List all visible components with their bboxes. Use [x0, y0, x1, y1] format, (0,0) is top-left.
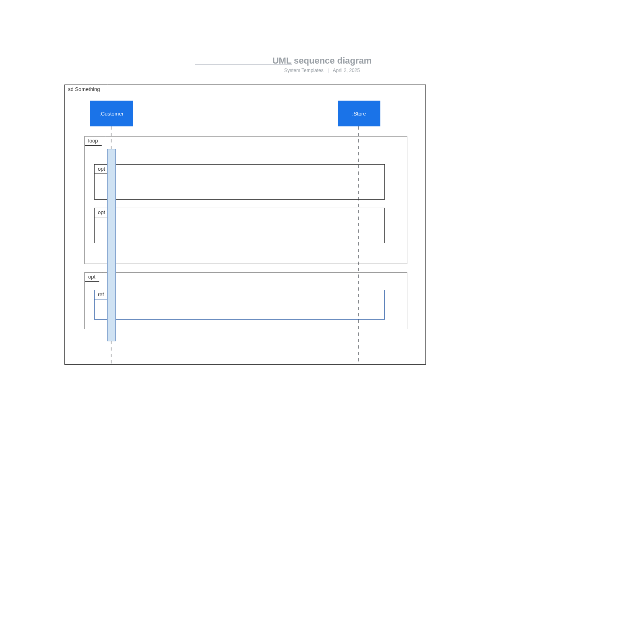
page-subtitle: System Templates April 2, 2025 [0, 68, 644, 73]
ref-fragment: ref [94, 290, 385, 320]
loop-label: loop [85, 136, 106, 146]
subtitle-separator [328, 68, 328, 73]
title-underline [195, 64, 292, 65]
subtitle-left: System Templates [284, 68, 324, 73]
opt-fragment-1: opt [94, 164, 385, 200]
opt-fragment-2: opt [94, 208, 385, 243]
subtitle-right: April 2, 2025 [333, 68, 360, 73]
lifeline-customer: :Customer [90, 101, 133, 126]
activation-bar-customer [107, 149, 116, 341]
sd-frame-label: sd Something [64, 85, 108, 94]
diagram-canvas: UML sequence diagram System Templates Ap… [0, 0, 644, 644]
opt3-label: opt [85, 272, 103, 282]
lifeline-store: :Store [338, 101, 380, 126]
loop-fragment: loop [85, 136, 407, 264]
lifeline-store-label: :Store [352, 111, 366, 117]
lifeline-customer-label: :Customer [99, 111, 124, 117]
page-title: UML sequence diagram [0, 56, 644, 66]
